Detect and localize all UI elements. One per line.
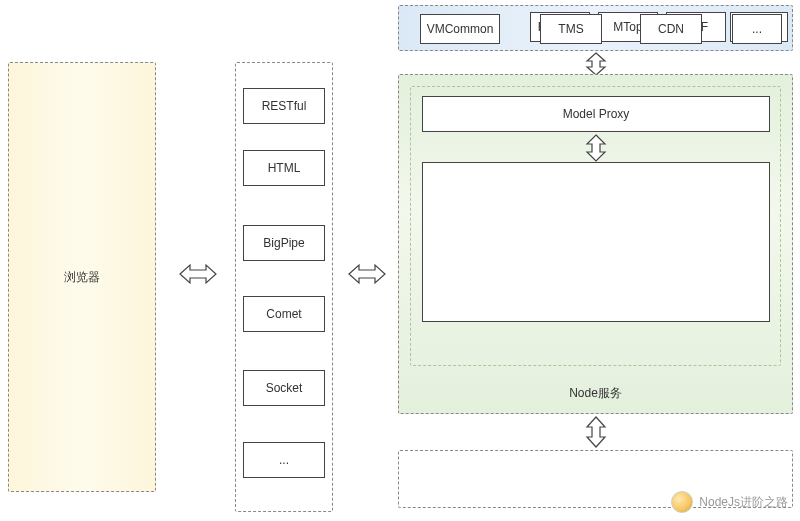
avatar-icon	[671, 491, 693, 513]
tech-box: Comet	[243, 296, 325, 332]
watermark: NodeJs进阶之路	[671, 491, 788, 513]
browser-label: 浏览器	[9, 269, 155, 286]
tech-box: HTML	[243, 150, 325, 186]
double-arrow-icon	[178, 262, 218, 286]
model-proxy-box: Model Proxy	[422, 96, 770, 132]
tech-label: BigPipe	[263, 236, 304, 250]
browser-panel: 浏览器	[8, 62, 156, 492]
asset-item: ...	[732, 14, 782, 44]
asset-item-label: VMCommon	[427, 22, 494, 36]
asset-item-label: TMS	[558, 22, 583, 36]
render-box	[422, 162, 770, 322]
tech-label: Socket	[266, 381, 303, 395]
model-proxy-label: Model Proxy	[563, 107, 630, 121]
asset-item: CDN	[640, 14, 702, 44]
double-arrow-icon	[584, 416, 608, 448]
double-arrow-icon	[584, 52, 608, 76]
asset-item-label: ...	[752, 22, 762, 36]
tech-label: Comet	[266, 307, 301, 321]
tech-label: RESTful	[262, 99, 307, 113]
double-arrow-icon	[347, 262, 387, 286]
asset-item: TMS	[540, 14, 602, 44]
tech-box: Socket	[243, 370, 325, 406]
asset-item: VMCommon	[420, 14, 500, 44]
asset-item-label: CDN	[658, 22, 684, 36]
watermark-text: NodeJs进阶之路	[699, 494, 788, 511]
server-item-label: MTop	[613, 20, 642, 34]
double-arrow-icon	[584, 134, 608, 162]
tech-box: RESTful	[243, 88, 325, 124]
tech-label: ...	[279, 453, 289, 467]
tech-box: BigPipe	[243, 225, 325, 261]
tech-box: ...	[243, 442, 325, 478]
node-label: Node服务	[398, 385, 793, 402]
tech-label: HTML	[268, 161, 301, 175]
